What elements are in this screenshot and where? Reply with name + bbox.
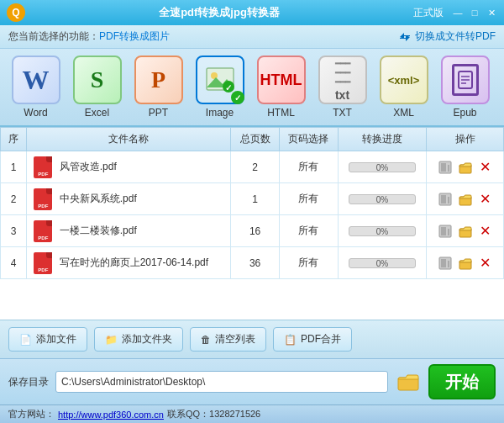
open-folder-button[interactable] — [457, 159, 474, 176]
txt-lines: ━━━━━━━━━ — [335, 59, 350, 87]
clear-list-button[interactable]: 🗑 清空列表 — [190, 327, 266, 352]
format-xml-label: XML — [393, 107, 414, 119]
add-file-icon: 📄 — [19, 334, 32, 346]
cell-actions: ✕ — [427, 151, 504, 183]
start-button[interactable]: 开始 — [428, 364, 496, 399]
file-table-section: 序 文件名称 总页数 页码选择 转换进度 操作 1 风管改造.pdf 2 所有 … — [0, 127, 504, 320]
status-bar: 官方网站： http://www.pdf360.com.cn 联系QQ：1328… — [0, 404, 504, 423]
cell-actions: ✕ — [427, 215, 504, 247]
cell-index: 1 — [1, 151, 27, 183]
format-html[interactable]: HTML HTML — [254, 56, 308, 119]
preview-button[interactable] — [437, 159, 454, 176]
html-text: HTML — [260, 71, 302, 89]
clear-list-label: 清空列表 — [215, 332, 255, 346]
svg-rect-23 — [448, 229, 449, 235]
bottom-toolbar: 📄 添加文件 📁 添加文件夹 🗑 清空列表 📋 PDF合并 — [0, 320, 504, 358]
add-folder-button[interactable]: 📁 添加文件夹 — [94, 327, 183, 352]
open-folder-button[interactable] — [457, 191, 474, 208]
xml-text: <xml> — [388, 74, 420, 87]
status-qq-label: 联系QQ：1328271526 — [167, 408, 260, 420]
format-txt[interactable]: ━━━━━━━━━ txt TXT — [315, 56, 370, 119]
format-html-label: HTML — [267, 107, 295, 119]
status-website-label: 官方网站： — [8, 408, 55, 420]
svg-text:Q: Q — [12, 7, 19, 19]
word-letter: W — [23, 65, 50, 96]
delete-button[interactable]: ✕ — [477, 255, 494, 272]
close-button[interactable]: ✕ — [486, 7, 497, 19]
maximize-button[interactable]: □ — [469, 7, 480, 19]
status-website-link[interactable]: http://www.pdf360.com.cn — [58, 410, 164, 420]
table-row: 3 一楼二楼装修.pdf 16 所有 0% ✕ — [1, 215, 504, 247]
cell-progress: 0% — [339, 215, 427, 247]
pdf-merge-icon: 📋 — [284, 334, 297, 346]
switch-button[interactable]: 切换成文件转PDF — [398, 29, 496, 44]
open-folder-button[interactable] — [457, 223, 474, 240]
format-epub[interactable]: Epub — [438, 56, 492, 119]
col-actions: 操作 — [427, 128, 504, 151]
save-path-label: 保存目录 — [8, 375, 49, 389]
cell-pages: 16 — [231, 215, 279, 247]
window-controls: — □ ✕ — [452, 7, 497, 19]
delete-button[interactable]: ✕ — [477, 223, 494, 240]
cell-actions: ✕ — [427, 183, 504, 215]
cell-pages: 36 — [231, 247, 279, 279]
toolbar-function-link[interactable]: PDF转换成图片 — [99, 29, 170, 44]
delete-button[interactable]: ✕ — [477, 191, 494, 208]
table-row: 4 写在时光的廊页上2017-06-14.pdf 36 所有 0% ✕ — [1, 247, 504, 279]
col-filename: 文件名称 — [27, 128, 231, 151]
cell-progress: 0% — [339, 151, 427, 183]
delete-button[interactable]: ✕ — [477, 159, 494, 176]
pdf-merge-label: PDF合并 — [301, 332, 341, 346]
format-txt-label: TXT — [333, 107, 352, 119]
preview-button[interactable] — [437, 223, 454, 240]
add-folder-icon: 📁 — [105, 334, 118, 346]
minimize-button[interactable]: — — [452, 7, 464, 19]
cell-index: 3 — [1, 215, 27, 247]
preview-button[interactable] — [437, 255, 454, 272]
format-word-label: Word — [24, 107, 47, 119]
col-pageselect: 页码选择 — [279, 128, 338, 151]
format-ppt[interactable]: P PPT — [131, 56, 186, 119]
pdf-merge-button[interactable]: 📋 PDF合并 — [273, 327, 352, 352]
svg-rect-19 — [448, 197, 449, 204]
pdf-file-icon — [34, 220, 52, 242]
format-excel[interactable]: S Excel — [70, 56, 124, 119]
format-ppt-label: PPT — [149, 107, 168, 119]
svg-rect-27 — [448, 261, 449, 267]
format-excel-label: Excel — [85, 107, 109, 119]
app-logo-icon: Q — [7, 3, 25, 22]
cell-index: 4 — [1, 247, 27, 279]
title-bar: Q 全速pdf转换成jpg转换器 正式版 — □ ✕ — [0, 0, 504, 25]
format-icons-bar: W Word S Excel P PPT — [0, 49, 504, 127]
cell-filename: 一楼二楼装修.pdf — [27, 215, 231, 247]
folder-icon — [396, 372, 420, 392]
cell-pages: 2 — [231, 151, 279, 183]
format-image[interactable]: ✓ ✓ Image — [192, 56, 247, 119]
cell-pageselect: 所有 — [279, 151, 338, 183]
format-word[interactable]: W Word — [8, 56, 63, 119]
table-row: 1 风管改造.pdf 2 所有 0% ✕ — [1, 151, 504, 183]
toolbar-row: 您当前选择的功能： PDF转换成图片 切换成文件转PDF — [0, 25, 504, 49]
cell-pageselect: 所有 — [279, 247, 338, 279]
svg-rect-26 — [441, 259, 446, 267]
switch-label: 切换成文件转PDF — [415, 29, 496, 44]
switch-icon — [398, 30, 412, 44]
cell-pageselect: 所有 — [279, 215, 338, 247]
pdf-file-icon — [34, 252, 52, 274]
preview-button[interactable] — [437, 191, 454, 208]
cell-progress: 0% — [339, 247, 427, 279]
svg-text:✓: ✓ — [225, 83, 232, 93]
ppt-letter: P — [151, 66, 165, 93]
app-edition: 正式版 — [413, 6, 444, 20]
open-folder-button[interactable] — [457, 255, 474, 272]
toolbar-label: 您当前选择的功能： — [8, 29, 99, 44]
file-table: 序 文件名称 总页数 页码选择 转换进度 操作 1 风管改造.pdf 2 所有 … — [0, 127, 504, 279]
epub-icon-svg — [458, 71, 473, 89]
cell-index: 2 — [1, 183, 27, 215]
epub-shape — [452, 64, 479, 96]
format-xml[interactable]: <xml> XML — [376, 56, 431, 119]
browse-folder-button[interactable] — [395, 371, 422, 393]
save-path-input[interactable] — [55, 371, 388, 393]
cell-filename: 中央新风系统.pdf — [27, 183, 231, 215]
add-file-button[interactable]: 📄 添加文件 — [8, 327, 87, 352]
